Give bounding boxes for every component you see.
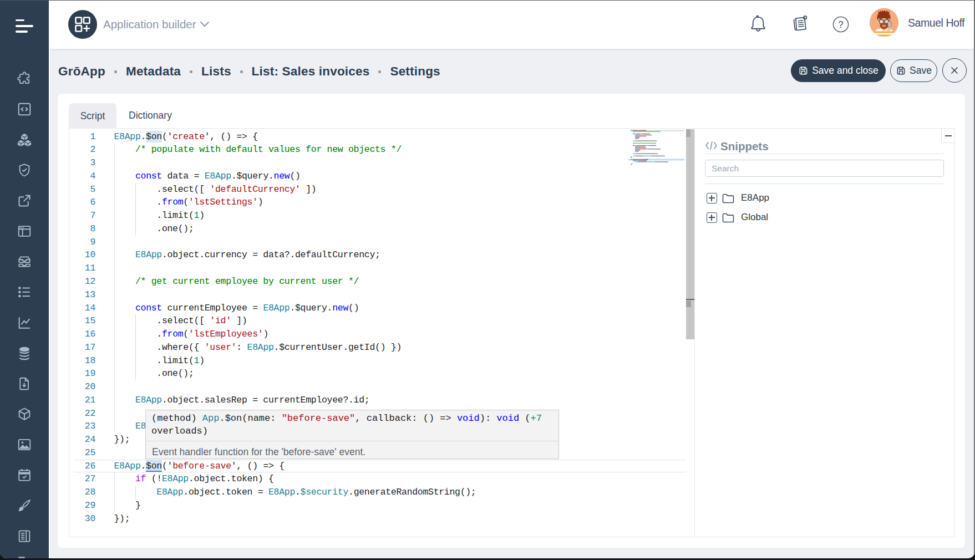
svg-text:?: ?: [838, 19, 843, 30]
